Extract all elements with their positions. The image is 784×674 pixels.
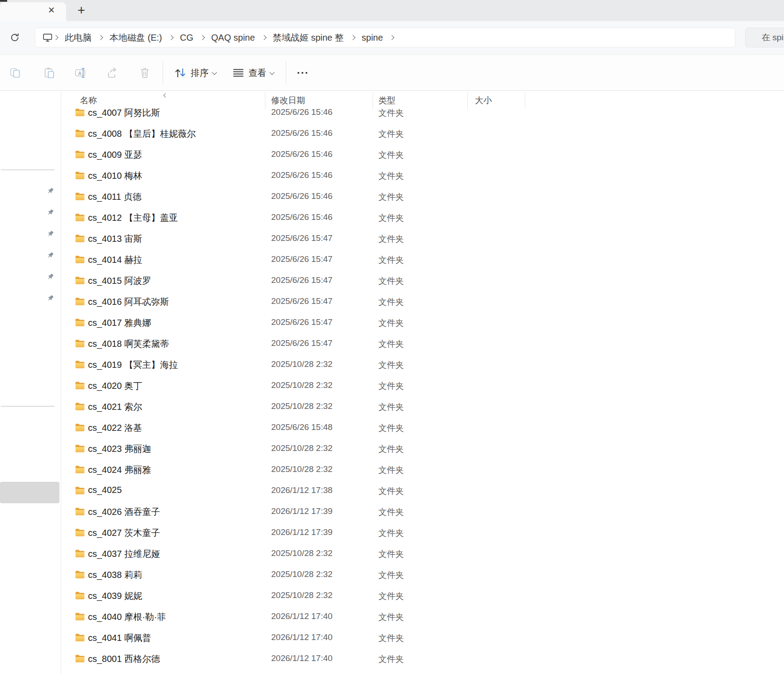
file-name: cs_4011 贞德 [88, 191, 142, 203]
pin-icon [46, 295, 54, 303]
folder-icon [75, 423, 85, 432]
file-date-modified: 2026/1/12 17:40 [271, 611, 332, 621]
file-row[interactable]: cs_4018 啊芙柔黛蒂2025/6/26 15:47文件夹 [61, 333, 784, 354]
file-row[interactable]: cs_4039 妮妮2025/10/28 2:32文件夹 [61, 585, 784, 606]
file-row[interactable]: cs_4014 赫拉2025/6/26 15:47文件夹 [61, 249, 784, 270]
breadcrumb-item[interactable]: 此电脑 [59, 32, 97, 44]
file-row[interactable]: cs_4015 阿波罗2025/6/26 15:47文件夹 [61, 270, 784, 291]
pinned-item-pin [46, 295, 54, 303]
file-row[interactable]: cs_4009 亚瑟2025/6/26 15:46文件夹 [61, 144, 784, 165]
file-type: 文件夹 [378, 506, 404, 518]
file-name: cs_4008 【皇后】桂妮薇尔 [88, 128, 196, 140]
more-options-button[interactable] [293, 63, 312, 82]
breadcrumb-chevron-icon[interactable] [168, 36, 174, 39]
sort-ascending-icon [164, 91, 167, 99]
breadcrumb-item[interactable]: CG [174, 33, 199, 43]
breadcrumb-item[interactable]: 本地磁盘 (E:) [104, 32, 168, 44]
file-row[interactable]: cs_4024 弗丽雅2025/10/28 2:32文件夹 [61, 459, 784, 480]
file-row[interactable]: cs_4040 摩根·勒·菲2026/1/12 17:40文件夹 [61, 606, 784, 627]
file-name: cs_4026 酒吞童子 [88, 506, 160, 518]
file-name: cs_4037 拉维尼娅 [88, 548, 160, 560]
breadcrumb-chevron-icon[interactable] [53, 36, 59, 39]
folder-icon [75, 339, 85, 348]
folder-icon [75, 360, 85, 369]
file-row[interactable]: cs_4021 索尔2025/10/28 2:32文件夹 [61, 396, 784, 417]
rename-icon: A [75, 67, 87, 79]
file-name: cs_4013 宙斯 [88, 233, 142, 245]
file-row[interactable]: cs_4023 弗丽迦2025/10/28 2:32文件夹 [61, 438, 784, 459]
tab-close-icon[interactable]: × [45, 4, 58, 16]
sort-button[interactable]: 排序 [173, 55, 216, 91]
breadcrumb: 此电脑本地磁盘 (E:)CGQAQ spine禁域战姬 spine 整spine [53, 32, 395, 44]
file-name: cs_4041 啊佩普 [88, 632, 151, 644]
file-row[interactable]: cs_4013 宙斯2025/6/26 15:47文件夹 [61, 228, 784, 249]
file-row[interactable]: cs_4041 啊佩普2026/1/12 17:40文件夹 [61, 627, 784, 648]
folder-icon [75, 213, 85, 222]
new-tab-button[interactable]: + [74, 3, 88, 17]
file-row[interactable]: cs_4037 拉维尼娅2025/10/28 2:32文件夹 [61, 543, 784, 564]
breadcrumb-item[interactable]: 禁域战姬 spine 整 [267, 32, 350, 44]
content-area: 名称 修改日期 类型 大小 cs_4007 阿努比斯2025/6/26 15:4… [0, 91, 784, 674]
file-row[interactable]: cs_4016 阿耳忒弥斯2025/6/26 15:47文件夹 [61, 291, 784, 312]
search-box[interactable]: 在 spin [745, 28, 784, 47]
sidebar-divider [1, 169, 55, 170]
file-date-modified: 2025/10/28 2:32 [271, 401, 332, 411]
folder-icon [75, 192, 85, 201]
view-button[interactable]: 查看 [232, 55, 274, 91]
folder-icon [75, 486, 85, 495]
file-name: cs_4025 [88, 485, 122, 495]
file-date-modified: 2025/6/26 15:47 [271, 296, 332, 306]
refresh-button[interactable] [8, 31, 21, 44]
copy-button[interactable] [6, 63, 25, 82]
file-date-modified: 2026/1/12 17:40 [271, 653, 332, 663]
file-row[interactable]: cs_4012 【主母】盖亚2025/6/26 15:46文件夹 [61, 207, 784, 228]
delete-button[interactable] [135, 63, 154, 82]
address-bar[interactable]: 此电脑本地磁盘 (E:)CGQAQ spine禁域战姬 spine 整spine [35, 28, 735, 47]
rename-button[interactable]: A [71, 63, 90, 82]
breadcrumb-item[interactable]: QAQ spine [205, 33, 261, 43]
file-row[interactable]: cs_40252026/1/12 17:38文件夹 [61, 480, 784, 501]
breadcrumb-item[interactable]: spine [356, 33, 389, 43]
file-row[interactable]: cs_4010 梅林2025/6/26 15:46文件夹 [61, 165, 784, 186]
file-row[interactable]: cs_8001 西格尔德2026/1/12 17:40文件夹 [61, 648, 784, 669]
file-row[interactable]: cs_4020 奥丁2025/10/28 2:32文件夹 [61, 375, 784, 396]
file-type: 文件夹 [378, 569, 404, 581]
file-type: 文件夹 [378, 149, 404, 161]
paste-button[interactable] [40, 63, 59, 82]
breadcrumb-chevron-icon[interactable] [97, 36, 104, 39]
file-name: cs_4015 阿波罗 [88, 275, 151, 287]
breadcrumb-chevron-icon[interactable] [199, 36, 205, 39]
pinned-item-pin [46, 209, 54, 217]
file-name: cs_4009 亚瑟 [88, 149, 142, 161]
sort-label: 排序 [191, 67, 209, 79]
folder-icon [75, 507, 85, 516]
file-type: 文件夹 [378, 128, 404, 140]
file-row[interactable]: cs_4017 雅典娜2025/6/26 15:47文件夹 [61, 312, 784, 333]
file-date-modified: 2025/10/28 2:32 [271, 359, 332, 369]
file-type: 文件夹 [378, 632, 404, 644]
folder-icon [75, 108, 85, 117]
file-row[interactable]: cs_4022 洛基2025/6/26 15:48文件夹 [61, 417, 784, 438]
sort-icon [173, 67, 187, 79]
file-name: cs_4038 莉莉 [88, 569, 142, 581]
sidebar-item-highlight[interactable] [0, 482, 59, 503]
file-name: cs_4010 梅林 [88, 170, 142, 182]
breadcrumb-chevron-icon[interactable] [261, 36, 267, 39]
file-row[interactable]: cs_4038 莉莉2025/10/28 2:32文件夹 [61, 564, 784, 585]
file-row[interactable]: cs_4027 茨木童子2026/1/12 17:39文件夹 [61, 522, 784, 543]
file-date-modified: 2025/6/26 15:46 [271, 212, 332, 222]
file-row[interactable]: cs_4019 【冥主】海拉2025/10/28 2:32文件夹 [61, 354, 784, 375]
file-row[interactable]: cs_4007 阿努比斯2025/6/26 15:46文件夹 [61, 102, 784, 123]
breadcrumb-chevron-icon[interactable] [350, 36, 356, 39]
file-row[interactable]: cs_4008 【皇后】桂妮薇尔2025/6/26 15:46文件夹 [61, 123, 784, 144]
breadcrumb-chevron-icon[interactable] [389, 36, 395, 39]
file-type: 文件夹 [378, 653, 404, 665]
file-row[interactable]: cs_4026 酒吞童子2026/1/12 17:39文件夹 [61, 501, 784, 522]
pin-icon [46, 209, 54, 217]
share-button[interactable] [103, 63, 122, 82]
file-type: 文件夹 [378, 212, 404, 224]
file-date-modified: 2025/6/26 15:46 [271, 149, 332, 159]
view-icon [232, 67, 244, 79]
file-row[interactable]: cs_4011 贞德2025/6/26 15:46文件夹 [61, 186, 784, 207]
folder-icon [75, 444, 85, 453]
